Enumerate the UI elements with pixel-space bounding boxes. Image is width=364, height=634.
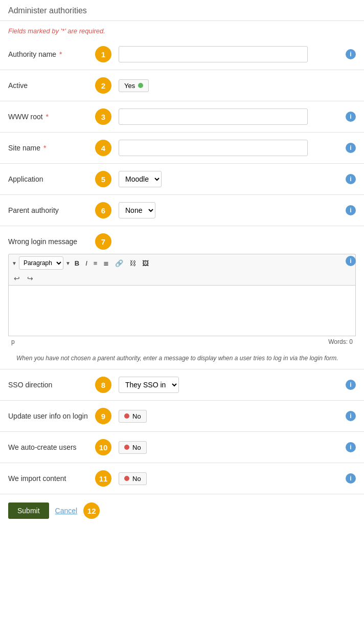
application-row: Application 5 Moodle i <box>0 164 364 195</box>
required-star: * <box>57 50 62 58</box>
wrong-login-label-row: Wrong login message 7 <box>8 233 356 250</box>
application-select[interactable]: Moodle <box>119 171 162 187</box>
step-badge-5: 5 <box>95 171 111 187</box>
update-user-info-toggle[interactable]: No <box>119 410 147 423</box>
site-name-label: Site name * <box>8 144 95 152</box>
update-user-info-dot <box>124 413 129 419</box>
sso-direction-control: They SSO in <box>119 377 340 393</box>
unlink-button[interactable]: ⛓ <box>127 258 138 268</box>
update-user-info-row: Update user info on login 9 No i <box>0 401 364 432</box>
unordered-list-button[interactable]: ≡ <box>92 258 100 268</box>
www-root-input[interactable] <box>119 108 308 125</box>
site-name-control <box>119 140 340 156</box>
parent-authority-label: Parent authority <box>8 206 95 214</box>
step-badge-7: 7 <box>95 233 111 250</box>
auto-create-users-toggle[interactable]: No <box>119 441 147 454</box>
sso-direction-row: SSO direction 8 They SSO in i <box>0 369 364 401</box>
authority-name-control <box>119 46 340 62</box>
action-row: Submit Cancel 12 <box>0 494 364 527</box>
import-content-row: We import content 11 No i <box>0 463 364 494</box>
import-content-dot <box>124 476 129 481</box>
cancel-button[interactable]: Cancel <box>55 507 78 515</box>
undo-button[interactable]: ↩ <box>12 273 22 283</box>
parent-authority-control: None <box>119 202 340 218</box>
active-toggle[interactable]: Yes <box>119 79 149 92</box>
active-toggle-dot <box>138 83 143 88</box>
sso-direction-label: SSO direction <box>8 381 95 389</box>
sso-direction-select[interactable]: They SSO in <box>119 377 179 393</box>
parent-authority-info-icon[interactable]: i <box>346 205 356 215</box>
site-name-info-icon[interactable]: i <box>346 143 356 153</box>
authority-name-label: Authority name * <box>8 50 95 58</box>
editor-container: ▼ Paragraph ▼ B I ≡ ≣ 🔗 ⛓ 🖼 ↩ ↪ p Words:… <box>8 254 356 351</box>
redo-button[interactable]: ↪ <box>25 273 35 283</box>
editor-toolbar-row2: ↩ ↪ <box>8 272 356 285</box>
import-content-label: We import content <box>8 474 95 483</box>
www-root-info-icon[interactable]: i <box>346 112 356 122</box>
active-control: Yes <box>119 79 356 92</box>
chevron-down-icon-2: ▼ <box>65 260 71 266</box>
authority-name-info-icon[interactable]: i <box>346 49 356 59</box>
auto-create-users-control: No <box>119 441 340 454</box>
required-note: Fields marked by '*' are required. <box>0 21 364 39</box>
import-content-info-icon[interactable]: i <box>346 473 356 484</box>
auto-create-users-dot <box>124 445 129 450</box>
words-count: Words: 0 <box>328 338 353 345</box>
step-badge-12: 12 <box>83 502 100 519</box>
import-content-control: No <box>119 472 340 485</box>
wrong-login-help-text: When you have not chosen a parent author… <box>8 351 356 369</box>
step-badge-2: 2 <box>95 77 111 94</box>
site-name-row: Site name * 4 i <box>0 133 364 164</box>
application-info-icon[interactable]: i <box>346 174 356 184</box>
editor-tag: p <box>11 338 15 345</box>
update-user-info-icon[interactable]: i <box>346 411 356 421</box>
active-row: Active 2 Yes <box>0 70 364 101</box>
wrong-login-editor[interactable] <box>8 285 356 336</box>
chevron-down-icon: ▼ <box>12 260 17 266</box>
wrong-login-info-icon[interactable]: i <box>346 256 356 266</box>
bold-button[interactable]: B <box>73 258 81 268</box>
step-badge-9: 9 <box>95 408 111 424</box>
www-root-row: WWW root * 3 i <box>0 101 364 133</box>
import-content-toggle[interactable]: No <box>119 472 147 485</box>
application-control: Moodle <box>119 171 340 187</box>
step-badge-11: 11 <box>95 470 111 487</box>
page-title: Administer authorities <box>8 6 356 15</box>
parent-authority-row: Parent authority 6 None i <box>0 195 364 226</box>
step-badge-4: 4 <box>95 140 111 156</box>
site-name-input[interactable] <box>119 140 308 156</box>
application-label: Application <box>8 175 95 183</box>
step-badge-1: 1 <box>95 46 111 62</box>
step-badge-6: 6 <box>95 202 111 218</box>
www-root-label: WWW root * <box>8 113 95 121</box>
sso-direction-info-icon[interactable]: i <box>346 380 356 390</box>
auto-create-users-row: We auto-create users 10 No i <box>0 432 364 463</box>
step-badge-3: 3 <box>95 108 111 125</box>
active-label: Active <box>8 81 95 90</box>
update-user-info-control: No <box>119 410 340 423</box>
authority-name-row: Authority name * 1 i <box>0 39 364 70</box>
step-badge-10: 10 <box>95 439 111 455</box>
www-root-control <box>119 108 340 125</box>
authority-name-input[interactable] <box>119 46 308 62</box>
editor-footer: p Words: 0 <box>8 336 356 351</box>
link-button[interactable]: 🔗 <box>113 258 125 268</box>
auto-create-users-info-icon[interactable]: i <box>346 442 356 452</box>
parent-authority-select[interactable]: None <box>119 202 155 218</box>
auto-create-users-label: We auto-create users <box>8 443 95 451</box>
wrong-login-section: Wrong login message 7 ▼ Paragraph ▼ B I … <box>0 226 364 369</box>
required-star-3: * <box>41 144 46 152</box>
ordered-list-button[interactable]: ≣ <box>101 258 111 268</box>
wrong-login-label: Wrong login message <box>8 237 95 246</box>
step-badge-8: 8 <box>95 377 111 393</box>
page-header: Administer authorities <box>0 0 364 21</box>
editor-toolbar: ▼ Paragraph ▼ B I ≡ ≣ 🔗 ⛓ 🖼 <box>8 254 356 272</box>
submit-button[interactable]: Submit <box>8 502 49 519</box>
required-star-2: * <box>44 113 49 121</box>
update-user-info-label: Update user info on login <box>8 412 95 420</box>
italic-button[interactable]: I <box>83 258 89 268</box>
image-button[interactable]: 🖼 <box>140 258 151 268</box>
paragraph-style-select[interactable]: Paragraph <box>19 256 63 270</box>
